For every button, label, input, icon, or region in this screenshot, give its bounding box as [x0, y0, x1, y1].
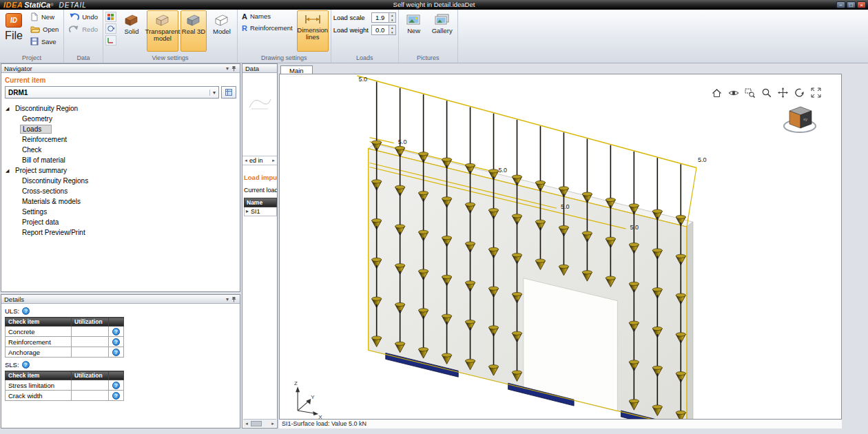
tree-item[interactable]: Project data: [1, 217, 240, 227]
group-label-project: Project: [2, 54, 61, 63]
viewport-status: SI1-Surface load: Value 5.0 kN: [279, 420, 842, 428]
real-3d-icon: [186, 14, 200, 26]
save-button[interactable]: Save: [28, 35, 61, 48]
check-item-cell: Stress limitation: [6, 380, 72, 391]
picture-new-button[interactable]: New: [401, 10, 427, 52]
tree-item[interactable]: Geometry: [1, 114, 240, 124]
undo-button[interactable]: Undo: [66, 10, 101, 23]
help-icon[interactable]: ?: [112, 338, 120, 346]
solid-button-label: Solid: [124, 28, 138, 35]
current-item-select[interactable]: DRM1 ▾: [5, 86, 219, 99]
redo-button[interactable]: Redo: [66, 23, 101, 35]
help-icon[interactable]: ?: [112, 392, 120, 400]
open-button[interactable]: Open: [28, 23, 61, 35]
tab-load-in[interactable]: ed in: [249, 157, 270, 164]
tab-scroll-left-button[interactable]: ◂: [242, 158, 249, 163]
help-icon[interactable]: ?: [22, 307, 30, 315]
file-button[interactable]: ID File: [2, 10, 25, 52]
help-icon[interactable]: ?: [112, 349, 120, 356]
zoom-all-button[interactable]: [711, 87, 723, 99]
tree-item[interactable]: Cross-sections: [1, 186, 240, 196]
zoom-window-button[interactable]: [744, 87, 756, 99]
load-weight-down-button[interactable]: ▾: [389, 30, 395, 35]
real-3d-button[interactable]: Real 3D: [180, 10, 207, 52]
pin-icon[interactable]: [231, 296, 237, 302]
tree-item[interactable]: Loads: [1, 124, 240, 134]
tree-item[interactable]: Discontinuity Regions: [1, 176, 240, 186]
rotate-button[interactable]: [794, 87, 805, 99]
pan-icon: [778, 87, 788, 98]
tree-group[interactable]: ◢Project summary: [1, 165, 240, 176]
tree-item[interactable]: Reinforcement: [1, 134, 240, 145]
tree-item-label: Check: [20, 146, 43, 154]
transparent-model-button[interactable]: Transparent model: [147, 10, 178, 52]
load-scale-input[interactable]: 1.9 ▴▾: [371, 12, 396, 23]
expander-icon[interactable]: ◢: [6, 106, 13, 112]
check-row: Concrete?: [6, 327, 124, 337]
scrollbar-thumb[interactable]: [251, 421, 262, 426]
orbit-button[interactable]: [105, 23, 116, 34]
viewport-canvas[interactable]: 5.05.05.05.05.05.0 Z Y X xy: [279, 74, 842, 420]
window-buttons: − □ ×: [836, 1, 866, 8]
new-document-icon: [30, 12, 39, 21]
names-toggle[interactable]: A Names: [240, 10, 295, 22]
title-bar: IDEA StatiCa ® DETAIL Self weight in Det…: [0, 0, 868, 10]
model-button-label: Model: [213, 28, 231, 35]
ribbon-group-view-settings: Solid Transparent model Real 3D Model Vi…: [103, 10, 238, 63]
panel-menu-icon[interactable]: ▾: [226, 65, 229, 72]
load-scale-value: 1.9: [372, 13, 389, 22]
loads-table: Name ▸ SI1: [244, 198, 277, 216]
scroll-right-button[interactable]: ▸: [269, 421, 276, 426]
solid-button[interactable]: Solid: [118, 10, 145, 52]
new-button[interactable]: New: [28, 10, 61, 23]
svg-text:5.0: 5.0: [398, 138, 407, 145]
fit-view-button[interactable]: [810, 87, 822, 99]
gallery-button[interactable]: Gallery: [429, 10, 455, 52]
check-item-cell: Crack width: [6, 391, 72, 401]
load-scale-down-button[interactable]: ▾: [389, 18, 395, 23]
tree-group-label: Project summary: [13, 167, 69, 174]
dimension-lines-button[interactable]: Dimension lines: [297, 10, 329, 52]
zoom-button[interactable]: [761, 87, 772, 99]
tree-group[interactable]: ◢Discontinuity Region: [1, 103, 240, 114]
help-icon[interactable]: ?: [112, 382, 120, 389]
pan-button[interactable]: [777, 87, 789, 99]
axes-toggle-button[interactable]: [105, 35, 116, 45]
tree-group-label: Discontinuity Region: [13, 105, 80, 112]
minimize-button[interactable]: −: [836, 1, 845, 8]
tab-scroll-right-button[interactable]: ▸: [270, 158, 277, 163]
group-label-data: Data: [66, 54, 101, 63]
svg-text:5.0: 5.0: [359, 76, 368, 83]
grid-icon: [225, 89, 232, 96]
navigation-cube[interactable]: xy: [782, 103, 820, 135]
check-row: Anchorage?: [6, 347, 124, 358]
data-tab-scroller: ◂ ed in ▸: [242, 156, 277, 165]
view-direction-button[interactable]: [727, 87, 739, 99]
load-row[interactable]: ▸ SI1: [244, 207, 277, 216]
tree-item[interactable]: Materials & models: [1, 196, 240, 207]
tree-item[interactable]: Report Preview/Print: [1, 227, 240, 238]
load-weight-input[interactable]: 0.0 ▴▾: [371, 25, 396, 35]
current-item-label: Current item: [5, 76, 240, 84]
ribbon: ID File New Open Save Project: [0, 10, 868, 63]
tree-item[interactable]: Check: [1, 145, 240, 155]
model-button[interactable]: Model: [209, 10, 235, 52]
close-button[interactable]: ×: [857, 1, 866, 8]
reinforcement-toggle[interactable]: R Reinforcement: [240, 22, 295, 34]
item-actions-button[interactable]: [221, 86, 236, 99]
help-icon[interactable]: ?: [112, 328, 120, 335]
maximize-button[interactable]: □: [847, 1, 856, 8]
help-icon[interactable]: ?: [22, 361, 30, 369]
scroll-left-button[interactable]: ◂: [243, 421, 250, 426]
tree-item[interactable]: Settings: [1, 207, 240, 217]
horizontal-scrollbar[interactable]: ◂ ▸: [243, 419, 276, 427]
view-presets-button[interactable]: [105, 12, 116, 22]
tree-item-label: Geometry: [20, 115, 54, 123]
tree-item[interactable]: Bill of material: [1, 155, 240, 165]
viewport-tabs: Main: [279, 63, 842, 74]
panel-menu-icon[interactable]: ▾: [226, 296, 229, 302]
pin-icon[interactable]: [231, 65, 237, 72]
sls-table: Check item Utilization Stress limitation…: [5, 371, 124, 401]
axis-triad: Z Y X: [294, 380, 322, 419]
expander-icon[interactable]: ◢: [6, 168, 13, 174]
